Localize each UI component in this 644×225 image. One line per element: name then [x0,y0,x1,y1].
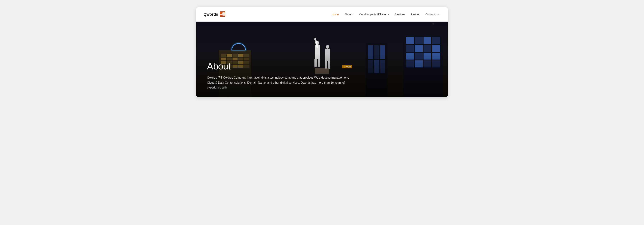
nav-item-home[interactable]: Home [332,13,339,16]
nav-item-partner[interactable]: Partner [411,13,420,16]
nav-link-about[interactable]: About ▾ [344,13,353,16]
statue-head-2 [326,45,329,49]
nav-link-contact[interactable]: Contact Us ▾ [426,13,440,16]
nav-item-groups[interactable]: Our Groups & Affiliation ▾ [359,13,389,16]
nav-link-groups[interactable]: Our Groups & Affiliation ▾ [359,13,389,16]
nav-header: Qwords Home Abou [196,7,448,22]
blue-window [415,37,422,44]
hero-content: About Qwords (PT Qwords Company Internat… [196,54,448,97]
nav-item-contact[interactable]: Contact Us ▾ [426,13,440,16]
nav-links: Home About ▾ Our Groups & Affiliation ▾ … [332,13,440,16]
blue-window [424,45,432,52]
svg-rect-2 [222,13,225,15]
blue-window [424,37,432,44]
logo-text: Qwords [204,12,218,17]
nav-link-partner[interactable]: Partner [411,13,420,16]
browser-window: Qwords Home Abou [196,7,448,97]
nav-link-services[interactable]: Services [395,13,405,16]
hero-description: Qwords (PT Qwords Company International)… [207,75,351,90]
contact-chevron-icon: ▾ [440,13,440,16]
blue-window [406,37,414,44]
about-chevron-icon: ▾ [352,13,354,16]
blue-window [415,45,422,52]
nav-link-home[interactable]: Home [332,13,339,16]
qwords-logo-icon [220,11,226,18]
blue-window [432,45,440,52]
logo-area: Qwords [204,11,226,18]
blue-window [406,45,414,52]
blue-window [432,37,440,44]
hero-title: About [207,61,437,72]
hero-section: UOB [196,22,448,97]
building-fan-decoration [232,43,246,50]
nav-item-about[interactable]: About ▾ [344,13,353,16]
svg-rect-4 [223,15,224,16]
top-right-light [433,23,434,24]
statue-head [316,41,319,45]
nav-item-services[interactable]: Services [395,13,405,16]
groups-chevron-icon: ▾ [388,13,389,16]
